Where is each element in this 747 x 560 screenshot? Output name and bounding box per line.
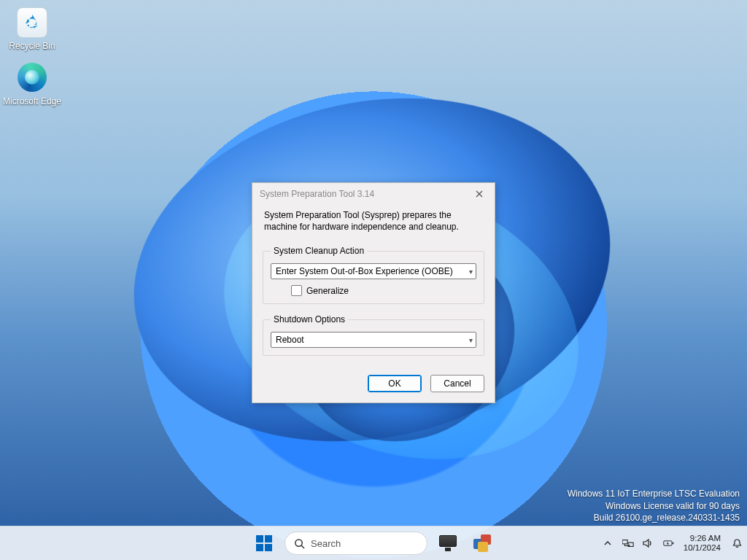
cleanup-action-value: Enter System Out-of-Box Experience (OOBE… <box>276 266 469 276</box>
sysprep-dialog: System Preparation Tool 3.14 System Prep… <box>252 182 495 403</box>
ok-button[interactable]: OK <box>368 375 422 392</box>
taskbar-search[interactable]: Search <box>285 532 427 555</box>
start-button[interactable] <box>249 529 279 558</box>
shutdown-options-value: Reboot <box>276 335 469 345</box>
system-tray: 9:26 AM 10/1/2024 <box>602 526 743 560</box>
svg-line-1 <box>301 545 304 548</box>
shutdown-options-legend: Shutdown Options <box>271 314 348 324</box>
taskbar: Search 9:26 AM 10/1/2024 <box>0 526 747 560</box>
sysprep-icon <box>473 534 492 552</box>
windows-logo-icon <box>256 535 272 551</box>
tray-overflow-button[interactable] <box>602 537 614 549</box>
desktop-icon-label: Microsoft Edge <box>0 96 64 106</box>
shutdown-options-group: Shutdown Options Reboot ▾ <box>263 314 484 356</box>
svg-rect-2 <box>622 540 627 544</box>
task-view-icon <box>439 535 457 551</box>
chevron-down-icon: ▾ <box>469 336 473 344</box>
desktop-icon-recycle-bin[interactable]: Recycle Bin <box>0 3 64 58</box>
task-view-button[interactable] <box>433 529 462 558</box>
dialog-titlebar[interactable]: System Preparation Tool 3.14 <box>252 183 495 205</box>
taskbar-app-sysprep[interactable] <box>468 529 498 558</box>
dialog-description: System Preparation Tool (Sysprep) prepar… <box>264 209 484 233</box>
watermark-line: Windows License valid for 90 days <box>568 500 740 512</box>
battery-plugged-icon[interactable] <box>663 537 675 549</box>
system-cleanup-group: System Cleanup Action Enter System Out-o… <box>263 246 484 304</box>
chevron-down-icon: ▾ <box>469 268 473 276</box>
system-cleanup-legend: System Cleanup Action <box>271 246 367 256</box>
bell-icon <box>732 538 743 549</box>
cleanup-action-dropdown[interactable]: Enter System Out-of-Box Experience (OOBE… <box>271 263 476 279</box>
generalize-checkbox[interactable] <box>291 285 302 296</box>
generalize-label: Generalize <box>306 286 349 296</box>
search-icon <box>294 538 305 549</box>
edge-icon <box>16 63 48 95</box>
desktop-icon-microsoft-edge[interactable]: Microsoft Edge <box>0 58 64 114</box>
close-button[interactable] <box>468 185 490 203</box>
cancel-button[interactable]: Cancel <box>430 375 484 392</box>
svg-point-0 <box>295 539 302 545</box>
network-icon[interactable] <box>622 537 634 549</box>
search-placeholder: Search <box>311 538 341 549</box>
clock-time: 9:26 AM <box>684 534 721 543</box>
desktop-icon-label: Recycle Bin <box>0 41 64 51</box>
dialog-title: System Preparation Tool 3.14 <box>260 189 468 199</box>
shutdown-options-dropdown[interactable]: Reboot ▾ <box>271 332 476 348</box>
volume-icon[interactable] <box>643 537 654 549</box>
desktop-icons: Recycle Bin Microsoft Edge <box>0 3 64 114</box>
watermark-line: Build 26100.ge_release.240331-1435 <box>568 512 740 524</box>
recycle-bin-icon <box>16 7 48 39</box>
svg-rect-5 <box>673 542 674 544</box>
close-icon <box>476 190 483 198</box>
clock-date: 10/1/2024 <box>684 543 721 553</box>
chevron-up-icon <box>603 539 612 548</box>
watermark-line: Windows 11 IoT Enterprise LTSC Evaluatio… <box>568 488 740 499</box>
notifications-button[interactable] <box>731 537 743 549</box>
activation-watermark: Windows 11 IoT Enterprise LTSC Evaluatio… <box>568 488 740 524</box>
taskbar-clock[interactable]: 9:26 AM 10/1/2024 <box>684 534 721 553</box>
